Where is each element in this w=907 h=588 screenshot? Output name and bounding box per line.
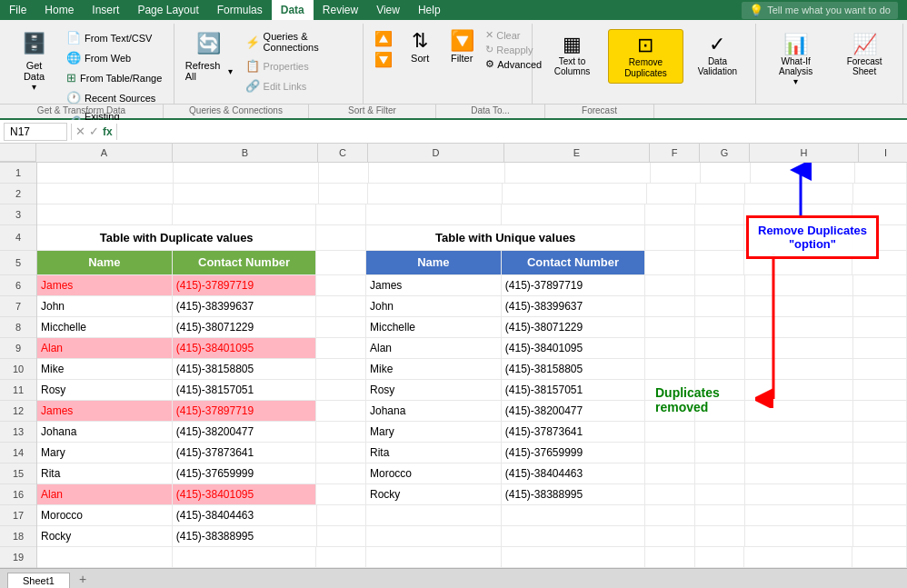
cell-h18[interactable] [745,526,853,547]
cell-b9[interactable]: (415)-38401095 [173,338,317,359]
grid-cell[interactable] [37,163,174,184]
row-num-7[interactable]: 7 [0,296,36,317]
cell-b10[interactable]: (415)-38158805 [173,359,317,380]
filter-button[interactable]: 🔽 Filter [444,25,480,67]
cell-b14[interactable]: (415)-37873641 [173,443,317,463]
cell-a12[interactable]: James [37,401,173,422]
remove-duplicates-button[interactable]: ⊡ Remove Duplicates [608,29,683,84]
row-num-4[interactable]: 4 [0,225,36,251]
grid-cell[interactable] [173,204,317,225]
grid-cell[interactable] [651,163,701,184]
cell-d13[interactable]: Mary [366,422,502,443]
cell-d7[interactable]: John [366,296,502,317]
cell-i16[interactable] [853,484,907,505]
cell-d18[interactable] [366,526,502,547]
cell-b8[interactable]: (415)-38071229 [173,317,317,338]
cell-b11[interactable]: (415)-38157051 [173,380,317,401]
cell-d4[interactable]: Table with Unique values [366,225,645,251]
cell-a18[interactable]: Rocky [37,526,173,547]
cell-d5-name-header[interactable]: Name [366,251,502,276]
cell-b12[interactable]: (415)-37897719 [173,401,317,422]
formula-input[interactable] [121,125,903,138]
grid-cell[interactable] [174,163,319,184]
cell-i14[interactable] [853,443,907,463]
data-validation-button[interactable]: ✓ Data Validation [687,29,748,80]
cell-f7[interactable] [645,296,695,317]
row-num-19[interactable]: 19 [0,547,36,568]
grid-cell[interactable] [174,184,319,204]
cell-e15[interactable]: (415)-38404463 [502,463,646,484]
sort-button[interactable]: ⇅ Sort [402,25,438,67]
properties-button[interactable]: 📋 Properties [242,57,356,75]
cell-c5[interactable] [316,251,366,276]
menu-help[interactable]: Help [409,0,450,20]
menu-formulas[interactable]: Formulas [208,0,272,20]
cell-g7[interactable] [695,296,745,317]
row-num-6[interactable]: 6 [0,275,36,296]
col-header-i[interactable]: I [859,144,907,162]
cell-h10[interactable] [745,359,853,380]
cell-d15[interactable]: Morocco [366,463,502,484]
cell-e14[interactable]: (415)-37659999 [502,443,646,463]
cell-e18[interactable] [502,526,646,547]
cell-a13[interactable]: Johana [37,422,173,443]
cell-g8[interactable] [695,317,745,338]
cell-c11[interactable] [316,380,366,401]
cell-d12[interactable]: Johana [366,401,502,422]
cell-i8[interactable] [853,317,907,338]
cell-i12[interactable] [853,401,907,422]
cell-e7[interactable]: (415)-38399637 [502,296,646,317]
cell-a14[interactable]: Mary [37,443,173,463]
cell-c12[interactable] [316,401,366,422]
cell-i9[interactable] [853,338,907,359]
from-web-button[interactable]: 🌐 From Web [63,49,168,66]
cell-h15[interactable] [745,463,853,484]
cell-f6[interactable] [645,275,695,296]
cell-g15[interactable] [695,463,745,484]
cell-a9[interactable]: Alan [37,338,173,359]
grid-cell[interactable] [502,204,646,225]
cell-a8[interactable]: Micchelle [37,317,173,338]
cell-a10[interactable]: Mike [37,359,173,380]
cell-g10[interactable] [695,359,745,380]
from-text-csv-button[interactable]: 📄 From Text/CSV [63,29,168,46]
tell-me-bar[interactable]: 💡 Tell me what you want to do [742,2,898,19]
cell-e9[interactable]: (415)-38401095 [502,338,646,359]
cell-g13[interactable] [695,422,745,443]
row-num-13[interactable]: 13 [0,422,36,443]
cell-c18[interactable] [317,526,367,547]
cell-h14[interactable] [745,443,853,463]
grid-cell[interactable] [855,163,907,184]
cell-c10[interactable] [316,359,366,380]
cell-f14[interactable] [645,443,695,463]
menu-page-layout[interactable]: Page Layout [128,0,207,20]
cell-g4[interactable] [695,225,745,251]
cell-reference-box[interactable]: N17 [4,123,67,141]
from-table-button[interactable]: ⊞ From Table/Range [63,69,168,86]
cell-i15[interactable] [853,463,907,484]
cell-f9[interactable] [645,338,695,359]
row-num-2[interactable]: 2 [0,184,36,204]
cell-i17[interactable] [853,505,907,526]
row-num-9[interactable]: 9 [0,338,36,359]
menu-insert[interactable]: Insert [83,0,128,20]
cell-c4[interactable] [316,225,366,251]
grid-cell[interactable] [368,184,503,204]
row-num-17[interactable]: 17 [0,505,36,526]
grid-cell[interactable] [316,204,366,225]
cell-a6[interactable]: James [37,275,173,296]
cell-f17[interactable] [645,505,695,526]
grid-cell[interactable] [366,204,502,225]
row-num-15[interactable]: 15 [0,463,36,484]
cell-e16[interactable]: (415)-38388995 [502,484,646,505]
grid-cell[interactable] [701,163,751,184]
cell-f16[interactable] [645,484,695,505]
row-num-14[interactable]: 14 [0,443,36,463]
cell-g9[interactable] [695,338,745,359]
col-header-g[interactable]: G [700,144,750,162]
cell-f13[interactable] [645,422,695,443]
cell-d8[interactable]: Micchelle [366,317,502,338]
cell-f8[interactable] [645,317,695,338]
cell-i11[interactable] [853,380,907,401]
forecast-sheet-button[interactable]: 📈 Forecast Sheet [833,29,895,80]
